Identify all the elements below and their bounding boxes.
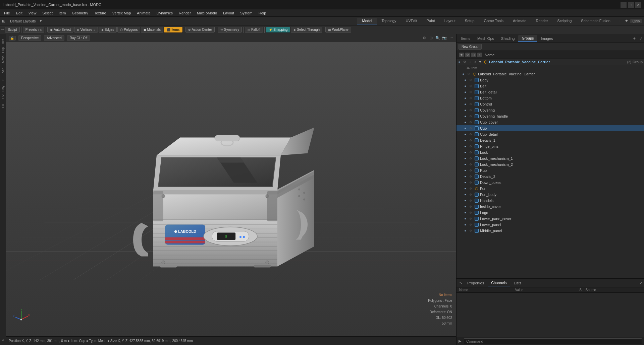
tab-schematic-fusion[interactable]: Schematic Fusion <box>576 18 615 24</box>
group-list-item[interactable]: ●⚙Body <box>457 77 644 83</box>
group-list-item[interactable]: ●⚙Cup_detail <box>457 131 644 137</box>
group-list-item[interactable]: ●⚙Bottom <box>457 95 644 101</box>
viewport-camera-icon[interactable]: 📷 <box>442 36 447 41</box>
menu-item[interactable]: Item <box>56 10 68 16</box>
tab-properties[interactable]: Properties <box>464 280 487 286</box>
root-select-icon[interactable]: □ <box>467 60 473 64</box>
tab-channels[interactable]: Channels <box>488 280 510 286</box>
item-eye-icon[interactable]: ● <box>463 175 468 178</box>
item-eye-icon[interactable]: ● <box>463 187 468 190</box>
close-button[interactable]: ✕ <box>635 2 641 8</box>
item-eye-icon[interactable]: ● <box>463 115 468 118</box>
item-eye-icon[interactable]: ● <box>463 151 468 154</box>
group-list-item[interactable]: ●⚙⬡Fun <box>457 186 644 192</box>
snapping-button[interactable]: ⚡ Snapping <box>266 27 290 32</box>
item-settings-icon[interactable]: ⚙ <box>468 78 473 82</box>
star-icon[interactable]: ★ <box>623 19 630 23</box>
tab-groups[interactable]: Groups <box>518 35 537 42</box>
item-eye-icon[interactable]: ● <box>463 217 468 220</box>
left-tab-dup[interactable]: Dup <box>1 46 5 54</box>
menu-geometry[interactable]: Geometry <box>69 10 91 16</box>
viewport-raygl-button[interactable]: Ray GL: Off <box>67 35 90 41</box>
item-settings-icon[interactable]: ⚙ <box>468 187 473 190</box>
select-through-button[interactable]: ◈ Select Through <box>291 27 322 32</box>
item-settings-icon[interactable]: ⚙ <box>468 127 473 130</box>
group-list-item[interactable]: ●⚙Lower_panel <box>457 222 644 228</box>
group-list-item[interactable]: ●⚙Hinge_pins <box>457 143 644 149</box>
tab-topology[interactable]: Topology <box>377 18 401 24</box>
item-eye-icon[interactable]: ● <box>463 121 468 124</box>
maximize-button[interactable]: □ <box>628 2 634 8</box>
item-eye-icon[interactable]: ● <box>463 133 468 136</box>
edges-button[interactable]: ◈ Edges <box>99 27 117 32</box>
group-list-item[interactable]: ●⚙⬡Labcold_Portable_Vaccine_Carrier <box>457 71 644 77</box>
item-settings-icon[interactable]: ⚙ <box>468 163 473 166</box>
item-eye-icon[interactable]: ● <box>463 229 468 232</box>
group-list-item[interactable]: ●⚙Lock_mechanism_1 <box>457 155 644 161</box>
brp-expand-left-icon[interactable]: ⤡ <box>459 281 462 285</box>
new-group-button[interactable]: New Group <box>459 44 482 50</box>
group-list-item[interactable]: ●⚙Covering <box>457 107 644 113</box>
tab-scripting[interactable]: Scripting <box>553 18 577 24</box>
menu-select[interactable]: Select <box>40 10 55 16</box>
viewport-area[interactable]: 🔒 Perspective Advanced Ray GL: Off ⚙ ⊞ 🔍… <box>6 34 456 345</box>
group-list-item[interactable]: ●⚙Cup <box>457 125 644 131</box>
item-eye-icon[interactable]: ● <box>463 90 468 94</box>
group-list-item[interactable]: ●⚙Belt <box>457 83 644 89</box>
symmetry-button[interactable]: ⇔ Symmetry <box>218 27 242 32</box>
group-list-item[interactable]: ●⚙Details_1 <box>457 137 644 143</box>
menu-maxtomode[interactable]: MaxToModo <box>194 10 220 16</box>
viewport-more-icon[interactable]: ⋯ <box>449 36 453 41</box>
group-list-item[interactable]: ●⚙Lock_mechanism_2 <box>457 161 644 167</box>
tab-shading[interactable]: Shading <box>498 36 518 42</box>
item-eye-icon[interactable]: ● <box>461 72 466 76</box>
command-input[interactable] <box>464 338 642 344</box>
workplane-button[interactable]: ▦ WorkPlane <box>325 27 351 32</box>
vertices-button[interactable]: ◈ Vertices 2 <box>74 27 98 32</box>
group-list-item[interactable]: ●⚙Inside_cover <box>457 204 644 210</box>
falloff-button[interactable]: ◎ Falloff <box>245 27 263 32</box>
tab-uvedit[interactable]: UVEdit <box>401 18 422 24</box>
layout-preset-dropdown[interactable]: Default Layouts <box>7 18 39 24</box>
group-list-item[interactable]: ●⚙Down_boxes <box>457 180 644 186</box>
item-eye-icon[interactable]: ● <box>463 109 468 112</box>
left-tab-fu[interactable]: Fu... <box>1 100 5 109</box>
group-list-item[interactable]: ●⚙Fun_body <box>457 192 644 198</box>
viewport-settings-icon[interactable]: ⚙ <box>422 36 427 41</box>
menu-help[interactable]: Help <box>256 10 269 16</box>
left-tab-ver[interactable]: Ver... <box>1 65 5 74</box>
group-list-item[interactable]: ●⚙Handels <box>457 198 644 204</box>
item-settings-icon[interactable]: ⚙ <box>468 96 473 100</box>
menu-animate[interactable]: Animate <box>134 10 153 16</box>
menu-dynamics[interactable]: Dynamics <box>154 10 175 16</box>
item-eye-icon[interactable]: ● <box>463 145 468 148</box>
item-settings-icon[interactable]: ⚙ <box>468 102 473 106</box>
menu-file[interactable]: File <box>1 10 13 16</box>
item-settings-icon[interactable]: ⚙ <box>468 169 473 172</box>
item-eye-icon[interactable]: ● <box>463 211 468 214</box>
auto-select-button[interactable]: ◉ Auto Select <box>47 27 73 32</box>
tab-animate[interactable]: Animate <box>508 18 531 24</box>
viewport-perspective-dropdown[interactable]: Perspective <box>18 35 41 41</box>
viewport-fit-icon[interactable]: ⊞ <box>429 36 433 41</box>
menu-render[interactable]: Render <box>176 10 194 16</box>
item-settings-icon[interactable]: ⚙ <box>468 109 473 112</box>
item-settings-icon[interactable]: ⚙ <box>468 151 473 154</box>
item-settings-icon[interactable]: ⚙ <box>468 199 473 202</box>
tab-game-tools[interactable]: Game Tools <box>479 18 508 24</box>
item-settings-icon[interactable]: ⚙ <box>468 90 473 94</box>
group-list-item[interactable]: ●⚙Covering_handle <box>457 113 644 119</box>
group-list-item[interactable]: ●⚙Lower_pane_cover <box>457 216 644 222</box>
item-settings-icon[interactable]: ⚙ <box>468 115 473 118</box>
tab-items[interactable]: Items <box>458 36 474 42</box>
group-list-item[interactable]: ●⚙Belt_detail <box>457 89 644 95</box>
item-eye-icon[interactable]: ● <box>463 205 468 208</box>
add-brp-tab-button[interactable]: + <box>579 279 586 286</box>
root-settings-icon[interactable]: ⚙ <box>462 60 467 64</box>
group-list-item[interactable]: ●⚙Cup_cover <box>457 119 644 125</box>
item-settings-icon[interactable]: ⚙ <box>468 121 473 124</box>
tab-paint[interactable]: Paint <box>422 18 440 24</box>
left-tab-mesh[interactable]: Mesh <box>1 54 5 64</box>
item-settings-icon[interactable]: ⚙ <box>468 205 473 208</box>
select-icon[interactable]: □ <box>471 53 476 57</box>
